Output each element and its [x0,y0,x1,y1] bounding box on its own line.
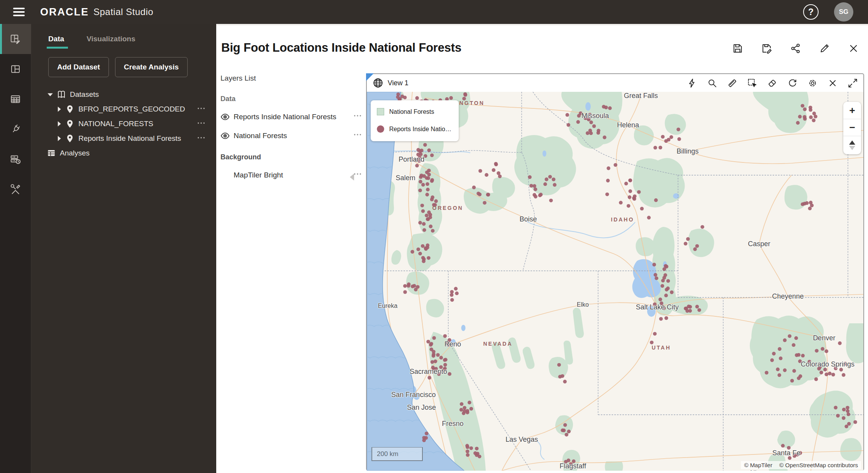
caret-right-icon[interactable] [55,120,62,127]
layer-label: MapTiler Bright [234,171,283,179]
scale-bar: 200 km [371,447,423,461]
location-pin-icon [65,134,75,143]
oracle-logo: ORACLE [40,6,89,18]
zoom-out-button[interactable]: − [843,119,861,136]
layers-panel: Layers List Data Reports Inside National… [220,74,363,180]
caret-right-icon[interactable] [55,135,62,142]
dataset-tree: Datasets BFRO_REPORTS_GEOCODED NATIONAL_… [31,77,216,160]
rail-item-admin[interactable] [0,174,31,204]
row-menu-icon[interactable] [197,119,205,129]
legend-item-reports: Reports Inside National F… [377,125,453,133]
layout-edit-icon [10,33,21,45]
icon-rail [0,24,31,473]
forest-swatch [377,108,384,115]
spatial-studio-app: ORACLE Spatial Studio ? SG [0,0,868,473]
close-icon[interactable] [848,42,860,54]
map-toolbar [687,78,858,88]
map-view-card: View 1 [366,73,864,471]
map-view-header: View 1 [367,74,863,92]
tree-label: Analyses [60,149,90,157]
report-swatch [377,125,384,133]
legend-item-forests: National Forests [377,108,453,115]
caret-down-icon [47,91,54,98]
legend-label: Reports Inside National F… [389,126,453,133]
legend-label: National Forests [389,108,434,115]
layer-menu-icon[interactable] [353,111,362,122]
lightning-icon[interactable] [687,78,697,88]
rail-item-connections[interactable] [0,114,31,144]
rail-item-datasets[interactable] [0,84,31,114]
analysis-table-icon [47,149,56,158]
add-dataset-button[interactable]: Add Dataset [48,57,109,77]
table-grid-icon [10,93,21,105]
tree-node-analyses[interactable]: Analyses [47,146,216,160]
layer-menu-icon[interactable] [353,130,362,141]
tree-label: Reports Inside National Forests [78,134,181,143]
tree-node-dataset[interactable]: BFRO_REPORTS_GEOCODED [47,102,216,117]
tree-label: BFRO_REPORTS_GEOCODED [78,105,185,113]
refresh-icon[interactable] [787,78,798,88]
rail-item-projects[interactable] [0,54,31,84]
top-bar: ORACLE Spatial Studio ? SG [0,0,868,24]
caret-right-icon[interactable] [55,106,62,113]
eraser-icon[interactable] [767,78,778,88]
project-workspace: Big Foot Locations Inside National Fores… [217,24,868,473]
create-analysis-button[interactable]: Create Analysis [115,57,188,77]
tab-visualizations[interactable]: Visualizations [86,35,135,49]
spinner-down-icon[interactable] [849,146,855,150]
settings-icon[interactable] [807,78,818,88]
layers-section-background: Background [220,153,363,161]
zoom-spinner[interactable] [843,136,861,154]
edit-icon[interactable] [819,42,831,54]
map-legend: National Forests Reports Inside National… [371,100,459,141]
panel-collapse-icon[interactable] [350,174,354,181]
map-attribution: © MapTiler © OpenStreetMap contributors [741,461,861,469]
layer-row-basemap[interactable]: MapTiler Bright [220,170,363,180]
save-as-icon[interactable] [761,42,773,54]
close-icon[interactable] [827,78,838,88]
layer-label: Reports Inside National Forests [234,113,336,121]
plug-icon [10,123,21,135]
book-icon [57,90,66,99]
spinner-up-icon[interactable] [849,140,855,145]
tree-node-datasets[interactable]: Datasets [47,87,216,102]
question-circle-icon[interactable]: ? [803,4,819,20]
share-icon[interactable] [790,42,802,54]
tab-data[interactable]: Data [48,35,64,49]
layer-row-forests[interactable]: National Forests [220,130,363,141]
view-selected-corner [366,73,374,81]
tree-label: NATIONAL_FORESTS [78,120,153,128]
row-menu-icon[interactable] [197,133,205,144]
eye-icon[interactable] [220,112,230,122]
view-title[interactable]: View 1 [388,79,409,87]
measure-icon[interactable] [727,78,737,88]
layers-panel-title: Layers List [220,74,363,83]
project-header: Big Foot Locations Inside National Fores… [217,25,868,68]
layers-section-data: Data [220,95,363,103]
tree-node-dataset[interactable]: Reports Inside National Forests [47,131,216,146]
location-pin-icon [65,119,75,128]
map-canvas[interactable]: Great FallsMissoulaHelenaBillingsPortlan… [367,92,863,471]
maptiler-attribution-link[interactable]: © MapTiler [744,462,772,468]
basemap [367,92,863,471]
zoom-in-button[interactable]: + [843,102,861,119]
save-icon[interactable] [732,42,744,54]
rail-item-project-editor[interactable] [0,24,31,54]
layer-menu-icon[interactable] [353,170,362,180]
product-name: Spatial Studio [93,7,153,17]
location-pin-icon [65,105,75,114]
row-menu-icon[interactable] [197,104,205,115]
hamburger-icon[interactable] [13,8,25,16]
globe-icon [372,77,384,89]
avatar[interactable]: SG [834,2,853,22]
box-select-icon[interactable] [747,78,758,88]
osm-attribution-link[interactable]: © OpenStreetMap contributors [779,462,858,468]
layer-label: National Forests [234,132,287,140]
tree-node-dataset[interactable]: NATIONAL_FORESTS [47,117,216,131]
tree-label: Datasets [70,90,99,99]
layer-row-reports[interactable]: Reports Inside National Forests [220,111,363,122]
search-icon[interactable] [707,78,717,88]
expand-icon[interactable] [848,78,858,88]
rail-item-jobs[interactable] [0,144,31,174]
eye-icon[interactable] [220,131,230,140]
